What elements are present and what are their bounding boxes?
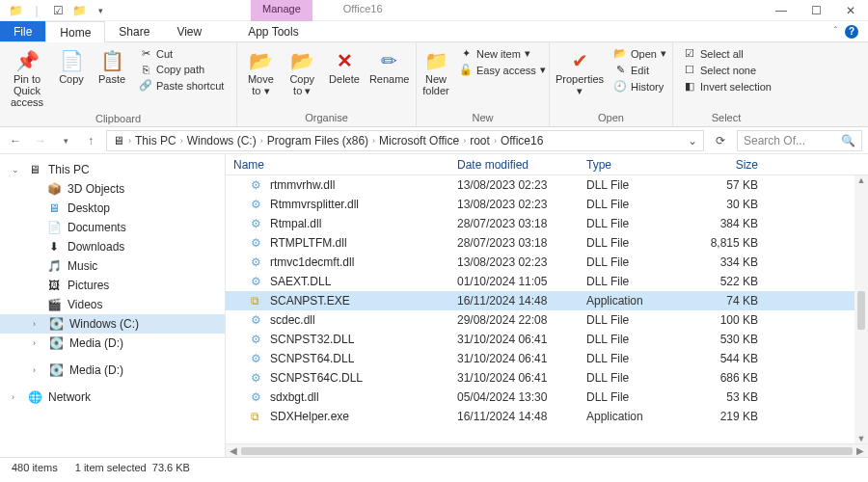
- file-row[interactable]: ⚙SAEXT.DLL01/10/2024 11:05DLL File522 KB: [226, 272, 868, 291]
- file-row[interactable]: ⚙SCNPST64.DLL31/10/2024 06:41DLL File544…: [226, 349, 868, 368]
- delete-button[interactable]: ✕ Delete: [324, 44, 366, 89]
- nav-media-d2[interactable]: ›💽Media (D:): [0, 361, 225, 380]
- file-row[interactable]: ⚙rtmvc1decmft.dll13/08/2023 02:23DLL Fil…: [226, 253, 868, 272]
- scroll-left-icon[interactable]: ◀: [230, 445, 237, 456]
- vertical-scrollbar[interactable]: ▲ ▼: [854, 175, 868, 443]
- scroll-down-icon[interactable]: ▼: [857, 434, 866, 443]
- scroll-thumb[interactable]: [857, 291, 865, 330]
- nav-media-d1[interactable]: ›💽Media (D:): [0, 334, 225, 353]
- expand-caret-icon[interactable]: ›: [33, 319, 42, 329]
- scroll-right-icon[interactable]: ▶: [856, 445, 864, 456]
- breadcrumb-segment[interactable]: Office16: [501, 134, 543, 147]
- qat-dropdown-icon[interactable]: ▾: [93, 3, 108, 18]
- cube-icon: 📦: [46, 182, 62, 196]
- file-row[interactable]: ⚙SCNPST32.DLL31/10/2024 06:41DLL File530…: [226, 330, 868, 349]
- navigation-pane[interactable]: ⌄🖥This PC 📦3D Objects 🖥Desktop 📄Document…: [0, 154, 226, 457]
- app-tools-tab[interactable]: App Tools: [234, 21, 312, 41]
- scroll-thumb[interactable]: [241, 447, 853, 455]
- paste-button[interactable]: 📋 Paste: [93, 44, 131, 89]
- open-button[interactable]: 📂Open ▾: [611, 46, 668, 61]
- history-button[interactable]: 🕘History: [611, 79, 668, 94]
- nav-windows-c[interactable]: ›💽Windows (C:): [0, 314, 225, 334]
- recent-dropdown[interactable]: ▾: [56, 131, 75, 150]
- file-icon: ⚙: [251, 198, 266, 211]
- nav-documents[interactable]: 📄Documents: [0, 218, 225, 237]
- edit-button[interactable]: ✎Edit: [611, 63, 668, 77]
- file-row[interactable]: ⚙SCNPST64C.DLL31/10/2024 06:41DLL File68…: [226, 368, 868, 388]
- expand-caret-icon[interactable]: ›: [33, 338, 42, 348]
- column-date[interactable]: Date modified: [457, 158, 586, 172]
- file-date: 01/10/2024 11:05: [457, 275, 586, 288]
- collapse-ribbon-icon[interactable]: ˆ: [834, 26, 837, 37]
- file-rows[interactable]: ⚙rtmmvrhw.dll13/08/2023 02:23DLL File57 …: [226, 175, 868, 443]
- new-folder-icon: 📁: [422, 48, 449, 73]
- easy-access-button[interactable]: 🔓Easy access ▾: [457, 63, 548, 77]
- nav-3d-objects[interactable]: 📦3D Objects: [0, 179, 225, 199]
- horizontal-scrollbar[interactable]: ◀ ▶: [226, 443, 868, 457]
- pin-to-quick-access-button[interactable]: 📌 Pin to Quick access: [4, 44, 50, 112]
- move-to-button[interactable]: 📂 Move to ▾: [241, 44, 281, 100]
- copy-button[interactable]: 📄 Copy: [52, 44, 91, 89]
- expand-caret-icon[interactable]: ⌄: [12, 165, 21, 174]
- network-icon: 🌐: [27, 390, 42, 404]
- nav-network[interactable]: ›🌐Network: [0, 388, 225, 407]
- nav-this-pc[interactable]: ⌄🖥This PC: [0, 160, 225, 179]
- breadcrumb-segment[interactable]: root: [470, 134, 490, 147]
- paste-shortcut-button[interactable]: 🔗Paste shortcut: [137, 78, 226, 93]
- forward-button[interactable]: →: [31, 131, 50, 150]
- select-none-button[interactable]: ☐Select none: [681, 63, 773, 77]
- file-row[interactable]: ⧉SDXHelper.exe16/11/2024 14:48Applicatio…: [226, 407, 868, 426]
- file-row[interactable]: ⚙Rtmpal.dll28/07/2023 03:18DLL File384 K…: [226, 214, 868, 233]
- breadcrumb-segment[interactable]: Microsoft Office: [379, 134, 459, 147]
- breadcrumb[interactable]: 🖥 › This PC › Windows (C:) › Program Fil…: [106, 130, 704, 151]
- chevron-down-icon[interactable]: ⌄: [688, 134, 697, 147]
- nav-downloads[interactable]: ⬇Downloads: [0, 237, 225, 256]
- select-all-button[interactable]: ☑Select all: [681, 46, 773, 61]
- file-row[interactable]: ⚙rtmmvrhw.dll13/08/2023 02:23DLL File57 …: [226, 175, 868, 195]
- file-row[interactable]: ⚙RTMPLTFM.dll28/07/2023 03:18DLL File8,8…: [226, 233, 868, 253]
- minimize-button[interactable]: —: [764, 0, 799, 21]
- column-name[interactable]: Name: [233, 158, 457, 172]
- view-tab[interactable]: View: [163, 21, 215, 41]
- nav-desktop[interactable]: 🖥Desktop: [0, 199, 225, 218]
- maximize-button[interactable]: ☐: [799, 0, 833, 21]
- expand-caret-icon[interactable]: ›: [12, 392, 21, 402]
- help-icon[interactable]: ?: [845, 25, 858, 39]
- file-row[interactable]: ⚙sdxbgt.dll05/04/2024 13:30DLL File53 KB: [226, 388, 868, 407]
- manage-tab[interactable]: Manage: [251, 0, 312, 21]
- nav-videos[interactable]: 🎬Videos: [0, 295, 225, 314]
- file-row[interactable]: ⧉SCANPST.EXE16/11/2024 14:48Application7…: [226, 291, 868, 310]
- copy-to-button[interactable]: 📂 Copy to ▾: [283, 44, 322, 100]
- column-size[interactable]: Size: [700, 158, 758, 172]
- copy-path-button[interactable]: ⎘Copy path: [137, 63, 226, 76]
- rename-button[interactable]: ✏ Rename: [366, 44, 412, 89]
- column-type[interactable]: Type: [586, 158, 700, 172]
- invert-selection-button[interactable]: ◧Invert selection: [681, 79, 773, 94]
- nav-music[interactable]: 🎵Music: [0, 256, 225, 276]
- expand-caret-icon[interactable]: ›: [33, 365, 42, 375]
- search-input[interactable]: Search Of... 🔍: [737, 130, 862, 151]
- file-name: SDXHelper.exe: [270, 410, 349, 423]
- breadcrumb-segment[interactable]: This PC: [135, 134, 176, 147]
- breadcrumb-segment[interactable]: Program Files (x86): [267, 134, 368, 147]
- share-tab[interactable]: Share: [105, 21, 163, 41]
- refresh-button[interactable]: ⟳: [710, 134, 731, 147]
- close-button[interactable]: ✕: [833, 0, 868, 21]
- nav-label: Windows (C:): [69, 317, 139, 331]
- file-row[interactable]: ⚙scdec.dll29/08/2024 22:08DLL File100 KB: [226, 310, 868, 330]
- new-item-button[interactable]: ✦New item ▾: [457, 46, 548, 61]
- back-button[interactable]: ←: [6, 131, 25, 150]
- properties-button[interactable]: ✔ Properties ▾: [554, 44, 606, 100]
- file-tab[interactable]: File: [0, 21, 45, 41]
- file-row[interactable]: ⚙Rtmmvrsplitter.dll13/08/2023 02:23DLL F…: [226, 195, 868, 214]
- column-headers[interactable]: Name Date modified Type Size: [226, 154, 868, 175]
- breadcrumb-segment[interactable]: Windows (C:): [187, 134, 257, 147]
- cut-button[interactable]: ✂Cut: [137, 46, 226, 61]
- nav-pictures[interactable]: 🖼Pictures: [0, 276, 225, 295]
- new-folder-button[interactable]: 📁 New folder: [420, 44, 451, 100]
- scroll-up-icon[interactable]: ▲: [857, 175, 866, 185]
- home-tab[interactable]: Home: [45, 21, 105, 42]
- up-button[interactable]: ↑: [81, 131, 100, 150]
- new-folder-qat-icon[interactable]: 📁: [71, 3, 87, 18]
- properties-qat-icon[interactable]: ☑: [50, 3, 66, 18]
